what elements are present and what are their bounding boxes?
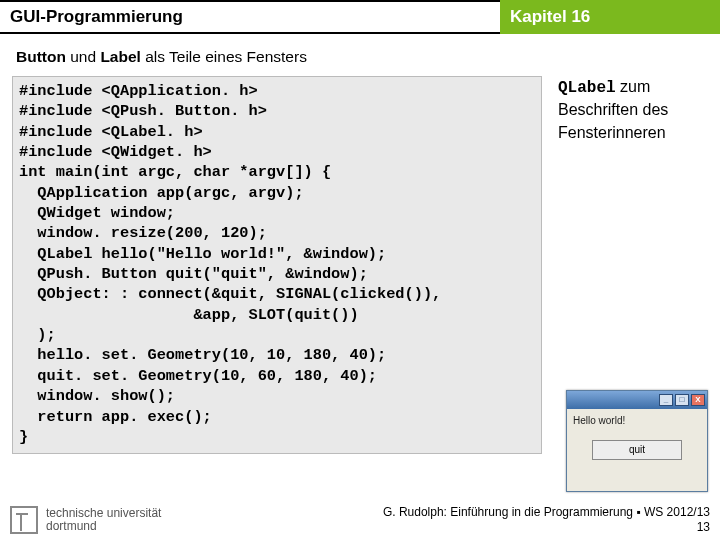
minimize-icon[interactable]: _ bbox=[659, 394, 673, 406]
logo-line2: dortmund bbox=[46, 520, 161, 533]
section-bold-1: Button bbox=[16, 48, 66, 65]
logo-text: technische universität dortmund bbox=[46, 507, 161, 533]
hello-label: Hello world! bbox=[573, 415, 701, 426]
footer-page-number: 13 bbox=[383, 520, 710, 536]
side-mono: QLabel bbox=[558, 79, 616, 97]
section-title: Button und Label als Teile eines Fenster… bbox=[0, 34, 720, 76]
header-title-left: GUI-Programmierung bbox=[0, 0, 500, 34]
close-icon[interactable]: X bbox=[691, 394, 705, 406]
footer-line1: G. Rudolph: Einführung in die Programmie… bbox=[383, 505, 710, 521]
side-line1: zum bbox=[616, 78, 651, 95]
section-bold-2: Label bbox=[100, 48, 140, 65]
slide-header: GUI-Programmierung Kapitel 16 bbox=[0, 0, 720, 34]
example-body: Hello world! quit bbox=[567, 409, 707, 466]
code-listing: #include <QApplication. h> #include <QPu… bbox=[12, 76, 542, 454]
side-line2: Beschriften des bbox=[558, 101, 668, 118]
example-titlebar: _ □ X bbox=[567, 391, 707, 409]
section-text-2: als Teile eines Fensters bbox=[141, 48, 307, 65]
side-line3: Fensterinneren bbox=[558, 124, 666, 141]
university-logo: technische universität dortmund bbox=[10, 506, 161, 534]
header-title-right: Kapitel 16 bbox=[500, 0, 720, 34]
quit-button[interactable]: quit bbox=[592, 440, 682, 460]
tu-logo-icon bbox=[10, 506, 38, 534]
slide-footer: G. Rudolph: Einführung in die Programmie… bbox=[383, 505, 710, 536]
maximize-icon[interactable]: □ bbox=[675, 394, 689, 406]
example-window: _ □ X Hello world! quit bbox=[566, 390, 708, 492]
section-text-1: und bbox=[66, 48, 100, 65]
